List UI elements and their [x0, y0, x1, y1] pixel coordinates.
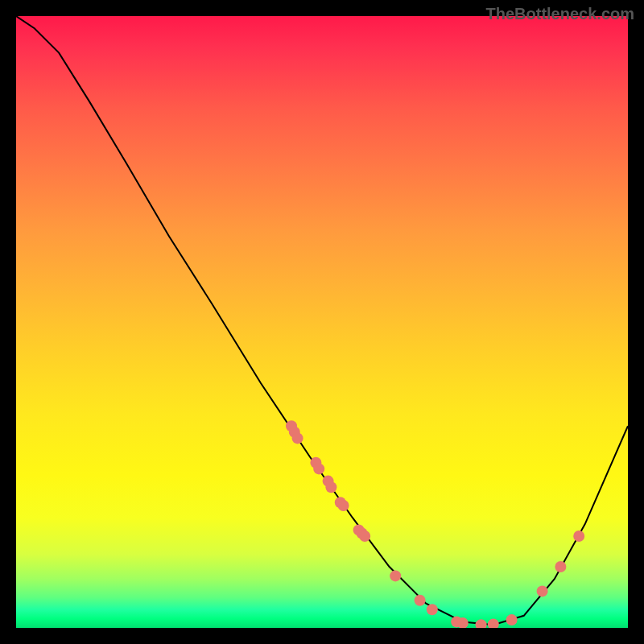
bottleneck-curve [16, 16, 628, 625]
data-marker [325, 481, 336, 493]
data-marker [390, 570, 401, 581]
data-marker [488, 618, 499, 628]
data-marker [359, 530, 370, 542]
data-marker [555, 561, 566, 572]
watermark-text: TheBottleneck.com [486, 5, 634, 23]
chart-plot-area [16, 16, 628, 628]
data-marker [476, 619, 487, 628]
data-marker [537, 585, 548, 597]
data-marker [415, 595, 426, 606]
data-marker [506, 614, 518, 625]
data-marker [292, 432, 303, 444]
data-marker [573, 530, 584, 542]
data-marker [313, 463, 324, 474]
chart-svg [16, 16, 628, 628]
data-marker [427, 604, 438, 615]
data-marker [338, 500, 349, 511]
